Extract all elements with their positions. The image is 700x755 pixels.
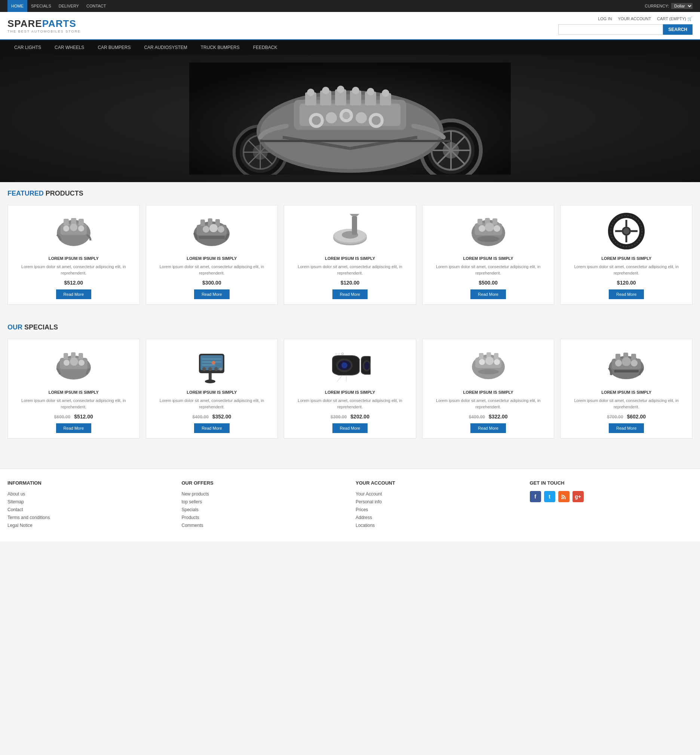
rss-icon	[561, 494, 567, 500]
main-navigation: CAR LIGHTS CAR WHEELS CAR BUMPERS CAR AU…	[0, 40, 700, 55]
special-name-5: LOREM IPSUM IS SIMPLY	[566, 390, 687, 394]
featured-readmore-5[interactable]: Read More	[609, 289, 644, 299]
footer-link-locations[interactable]: Locations	[356, 523, 375, 528]
product-price-2: $300.00	[152, 280, 273, 286]
login-link[interactable]: LOG IN	[598, 16, 612, 21]
headlight-svg: ○ ○ ⊙	[330, 348, 370, 382]
svg-point-33	[382, 89, 389, 97]
svg-point-131	[561, 498, 563, 499]
footer-link-specials[interactable]: Specials	[182, 507, 198, 512]
social-googleplus[interactable]: g+	[572, 491, 584, 502]
special-readmore-2[interactable]: Read More	[194, 423, 229, 433]
footer-link-your-account[interactable]: Your Account	[356, 491, 382, 497]
svg-point-103	[214, 367, 218, 371]
svg-point-28	[307, 89, 314, 96]
featured-readmore-3[interactable]: Read More	[333, 289, 367, 299]
special-readmore-1[interactable]: Read More	[56, 423, 91, 433]
product-image-2	[152, 211, 273, 252]
svg-point-91	[70, 358, 78, 366]
nav-feedback[interactable]: FEEDBACK	[247, 40, 284, 55]
featured-readmore-1[interactable]: Read More	[56, 289, 91, 299]
special-readmore-3[interactable]: Read More	[333, 423, 367, 433]
nav-car-wheels[interactable]: CAR WHEELS	[48, 40, 91, 55]
nav-car-audio[interactable]: CAR AUDIOSYSTEM	[137, 40, 194, 55]
nav-home[interactable]: HOME	[8, 0, 27, 12]
svg-point-31	[352, 87, 359, 94]
svg-point-44	[372, 116, 381, 125]
product-image-1	[13, 211, 134, 252]
product-price-1: $512.00	[13, 280, 134, 286]
search-input[interactable]	[558, 24, 663, 35]
social-rss[interactable]	[558, 491, 569, 502]
footer-link-new-products[interactable]: New products	[182, 491, 209, 497]
product-desc-2: Lorem ipsum dolor sit amet, consectetur …	[152, 264, 273, 276]
featured-heading: FEATURED PRODUCTS	[8, 189, 692, 197]
special-readmore-5[interactable]: Read More	[609, 423, 644, 433]
logo-text: SPAREPARTS	[8, 18, 81, 30]
special-engine-svg-1	[53, 348, 94, 382]
svg-point-75	[494, 225, 500, 232]
footer-link-top-sellers[interactable]: top sellers	[182, 499, 202, 505]
special-price-1: $600.00 $512.00	[13, 414, 134, 420]
svg-rect-93	[209, 372, 212, 381]
svg-rect-87	[64, 353, 68, 360]
logo-subtitle: THE BEST AUTOMOBILES STORE	[8, 30, 81, 33]
featured-product-2: LOREM IPSUM IS SIMPLY Lorem ipsum dolor …	[146, 205, 278, 305]
featured-products-grid: LOREM IPSUM IS SIMPLY Lorem ipsum dolor …	[8, 205, 692, 305]
nav-car-lights[interactable]: CAR LIGHTS	[8, 40, 48, 55]
nav-contact[interactable]: CONTACT	[83, 0, 109, 12]
featured-readmore-2[interactable]: Read More	[194, 289, 229, 299]
footer-link-prices[interactable]: Prices	[356, 507, 368, 512]
product-desc-1: Lorem ipsum dolor sit amet, consectetur …	[13, 264, 134, 276]
special-price-5: $700.00 $602.00	[566, 414, 687, 420]
site-header: SPAREPARTS THE BEST AUTOMOBILES STORE LO…	[0, 12, 700, 40]
nav-car-bumpers[interactable]: CAR BUMPERS	[91, 40, 137, 55]
special-product-2: LOREM IPSUM IS SIMPLY Lorem ipsum dolor …	[146, 339, 278, 439]
site-logo[interactable]: SPAREPARTS THE BEST AUTOMOBILES STORE	[8, 18, 81, 33]
nav-specials[interactable]: SPECIALS	[27, 0, 55, 12]
old-price-5: $700.00	[607, 414, 623, 420]
footer-link-comments[interactable]: Comments	[182, 523, 203, 528]
featured-readmore-4[interactable]: Read More	[470, 289, 506, 299]
footer-link-contact[interactable]: Contact	[8, 507, 23, 512]
social-twitter[interactable]: t	[544, 491, 555, 502]
svg-point-76	[477, 236, 500, 242]
svg-point-118	[479, 359, 485, 365]
nav-truck-bumpers[interactable]: TRUCK BUMPERS	[194, 40, 247, 55]
hero-visual-container	[0, 55, 700, 182]
footer-link-terms[interactable]: Terms and conditions	[8, 515, 50, 520]
hero-banner	[0, 55, 700, 182]
currency-dropdown[interactable]: Dollar Euro GBP	[671, 3, 692, 9]
special-price-3: $300.00 $202.00	[289, 414, 411, 420]
site-footer: INFORMATION About us Sitemap Contact Ter…	[0, 469, 700, 541]
svg-rect-124	[616, 354, 620, 360]
product-name-2: LOREM IPSUM IS SIMPLY	[152, 256, 273, 261]
svg-point-129	[631, 360, 638, 366]
svg-rect-66	[352, 216, 357, 235]
currency-selector: CURRENCY: Dollar Euro GBP	[645, 3, 692, 9]
svg-marker-67	[350, 214, 359, 216]
footer-link-products[interactable]: Products	[182, 515, 199, 520]
svg-point-79	[623, 228, 629, 234]
special-image-4	[428, 344, 549, 386]
footer-link-legal[interactable]: Legal Notice	[8, 523, 33, 528]
footer-account: YOUR ACCOUNT Your Account Personal info …	[356, 480, 519, 530]
social-facebook[interactable]: f	[530, 491, 541, 502]
svg-rect-126	[631, 354, 636, 360]
search-button[interactable]: SEARCH	[663, 24, 692, 35]
account-link[interactable]: YOUR ACCOUNT	[618, 16, 651, 21]
hero-car-illustration	[189, 63, 511, 175]
svg-point-107	[341, 363, 347, 368]
special-product-4: LOREM IPSUM IS SIMPLY Lorem ipsum dolor …	[422, 339, 555, 439]
special-readmore-4[interactable]: Read More	[470, 423, 506, 433]
nav-delivery[interactable]: DELIVERY	[55, 0, 83, 12]
footer-link-address[interactable]: Address	[356, 515, 372, 520]
special-desc-1: Lorem ipsum dolor sit amet, consectetur …	[13, 397, 134, 410]
svg-point-128	[622, 357, 631, 366]
cart-link[interactable]: CART (EMPTY) 🛒	[657, 16, 692, 21]
product-name-5: LOREM IPSUM IS SIMPLY	[566, 256, 687, 261]
header-right: LOG IN YOUR ACCOUNT CART (EMPTY) 🛒 SEARC…	[558, 16, 692, 35]
footer-link-about[interactable]: About us	[8, 491, 25, 497]
footer-link-sitemap[interactable]: Sitemap	[8, 499, 24, 505]
footer-link-personal-info[interactable]: Personal info	[356, 499, 382, 505]
